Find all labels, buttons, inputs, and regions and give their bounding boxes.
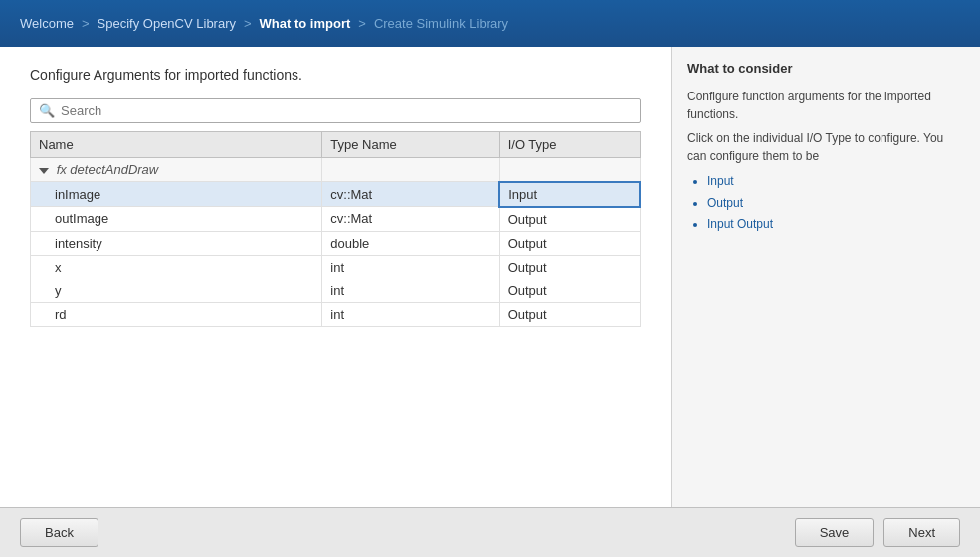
sidebar-option-output[interactable]: Output bbox=[707, 193, 964, 215]
row-type-cell: int bbox=[322, 278, 499, 302]
row-type-cell: int bbox=[322, 302, 499, 326]
sidebar-option-inputoutput[interactable]: Input Output bbox=[707, 214, 964, 236]
breadcrumb-sep-2: > bbox=[244, 16, 252, 31]
sidebar-desc1: Configure function arguments for the imp… bbox=[687, 88, 964, 123]
func-label: fx detectAndDraw bbox=[57, 162, 159, 177]
col-name: Name bbox=[31, 132, 322, 158]
breadcrumb-welcome: Welcome bbox=[20, 16, 74, 31]
func-name-cell: fx detectAndDraw bbox=[31, 158, 322, 182]
row-name-cell: intensity bbox=[31, 231, 322, 255]
col-typename: Type Name bbox=[322, 132, 499, 158]
func-io-cell bbox=[499, 158, 640, 182]
expand-icon[interactable] bbox=[39, 168, 49, 174]
table-row[interactable]: intensity double Output bbox=[31, 231, 641, 255]
breadcrumb-simulink: Create Simulink Library bbox=[374, 16, 508, 31]
table-row[interactable]: inImage cv::Mat Input bbox=[31, 182, 641, 207]
row-name-cell: y bbox=[31, 278, 322, 302]
save-button[interactable]: Save bbox=[795, 518, 875, 547]
sidebar-desc2: Click on the individual I/O Type to conf… bbox=[687, 129, 964, 165]
table-row[interactable]: y int Output bbox=[31, 278, 641, 302]
row-name-cell: inImage bbox=[31, 182, 322, 207]
breadcrumb-opencv: Specify OpenCV Library bbox=[98, 16, 236, 31]
breadcrumb-sep-1: > bbox=[82, 16, 90, 31]
table-row[interactable]: x int Output bbox=[31, 255, 641, 278]
row-io-cell[interactable]: Output bbox=[499, 278, 640, 302]
table-row[interactable]: outImage cv::Mat Output bbox=[31, 207, 641, 232]
next-button[interactable]: Next bbox=[883, 518, 960, 547]
import-table: Name Type Name I/O Type fx detectAndDraw… bbox=[30, 131, 641, 327]
header-breadcrumb: Welcome > Specify OpenCV Library > What … bbox=[0, 0, 980, 47]
search-bar: 🔍 bbox=[30, 98, 641, 123]
row-io-cell[interactable]: Input bbox=[499, 182, 640, 207]
row-name-cell: outImage bbox=[31, 207, 322, 232]
back-button[interactable]: Back bbox=[20, 518, 98, 547]
search-icon: 🔍 bbox=[39, 103, 55, 118]
row-type-cell: double bbox=[322, 231, 499, 255]
table-header-row: Name Type Name I/O Type bbox=[31, 132, 641, 158]
row-type-cell: cv::Mat bbox=[322, 207, 499, 232]
row-io-cell[interactable]: Output bbox=[499, 302, 640, 326]
sidebar-heading: What to consider bbox=[687, 61, 964, 76]
row-io-cell[interactable]: Output bbox=[499, 207, 640, 232]
page-title: Configure Arguments for imported functio… bbox=[30, 67, 641, 83]
content-area: Configure Arguments for imported functio… bbox=[0, 47, 672, 507]
table-row[interactable]: rd int Output bbox=[31, 302, 641, 326]
row-type-cell: cv::Mat bbox=[322, 182, 499, 207]
row-io-cell[interactable]: Output bbox=[499, 231, 640, 255]
breadcrumb-import: What to import bbox=[260, 16, 351, 31]
row-name-cell: x bbox=[31, 255, 322, 278]
table-row-function: fx detectAndDraw bbox=[31, 158, 641, 182]
sidebar-options-list: Input Output Input Output bbox=[707, 171, 964, 236]
sidebar-panel: What to consider Configure function argu… bbox=[672, 47, 980, 507]
row-type-cell: int bbox=[322, 255, 499, 278]
row-io-cell[interactable]: Output bbox=[499, 255, 640, 278]
footer-bar: Back Save Next bbox=[0, 507, 980, 557]
row-name-cell: rd bbox=[31, 302, 322, 326]
breadcrumb-sep-3: > bbox=[358, 16, 366, 31]
col-iotype: I/O Type bbox=[499, 132, 640, 158]
func-type-cell bbox=[322, 158, 499, 182]
search-input[interactable] bbox=[61, 103, 632, 118]
sidebar-option-input[interactable]: Input bbox=[707, 171, 964, 193]
